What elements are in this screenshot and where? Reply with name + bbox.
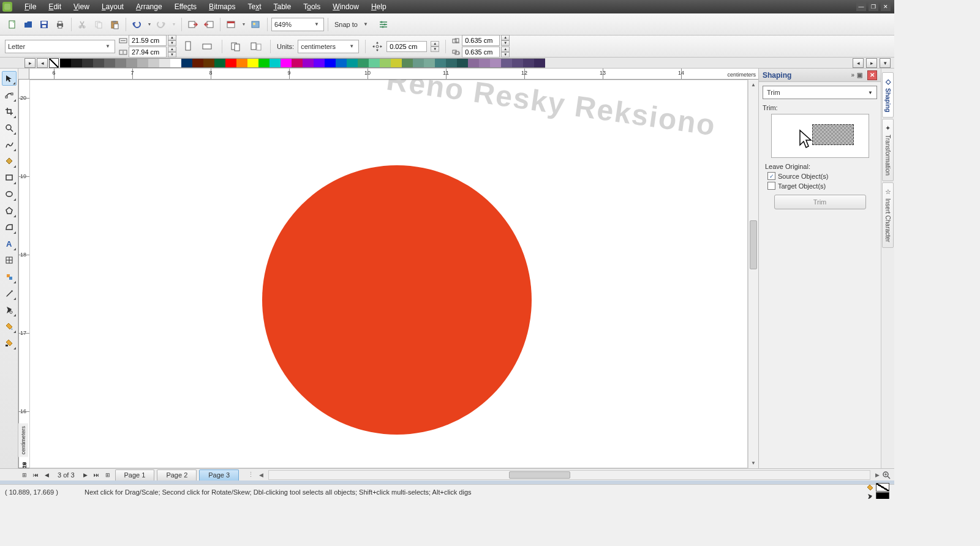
ruler-origin[interactable] [18,69,29,80]
all-pages-button[interactable] [228,39,244,54]
color-swatch[interactable] [281,58,292,68]
color-swatch[interactable] [534,58,545,68]
color-swatch[interactable] [170,58,181,68]
color-swatch[interactable] [446,58,457,68]
page-width-spinner[interactable]: ▲▼ [168,35,176,46]
new-button[interactable] [5,17,20,32]
table-tool[interactable] [2,253,17,267]
docker-titlebar[interactable]: Shaping » ▣ ✕ [759,69,881,82]
menu-edit[interactable]: Edit [42,0,67,13]
menu-arrange[interactable]: Arrange [130,0,168,13]
menu-file[interactable]: File [18,0,42,13]
menu-text[interactable]: Text [241,0,267,13]
color-swatch[interactable] [490,58,501,68]
color-swatch[interactable] [247,58,258,68]
page-preset-combo[interactable]: Letter ▼ [5,40,115,53]
landscape-button[interactable] [200,39,216,54]
color-swatch[interactable] [225,58,236,68]
menu-help[interactable]: Help [365,0,393,13]
color-swatch[interactable] [126,58,137,68]
rectangle-tool[interactable] [2,170,17,185]
print-button[interactable] [53,17,67,32]
page-tab-1[interactable]: Page 1 [115,469,155,481]
palette-expand[interactable]: ▾ [880,58,891,68]
palette-scroll-left-2[interactable]: ◂ [853,58,864,68]
menu-table[interactable]: Table [268,0,298,13]
red-circle-object[interactable] [262,165,532,435]
smart-fill-tool[interactable] [2,154,17,168]
zoom-combo[interactable]: 649% ▼ [271,18,324,31]
color-swatch[interactable] [512,58,523,68]
crop-tool[interactable] [2,104,17,119]
welcome-screen-button[interactable] [249,17,263,32]
dimension-tool[interactable] [2,269,17,284]
color-swatch[interactable] [435,58,446,68]
color-swatch[interactable] [270,58,281,68]
page-tab-2[interactable]: Page 2 [157,469,197,481]
page-last[interactable]: ⏭ [92,470,102,480]
page-first[interactable]: ⏮ [31,470,40,480]
dup-y-spinner[interactable]: ▲▼ [501,47,510,58]
outline-swatch[interactable] [876,492,889,499]
vertical-scrollbar[interactable]: ▲ ▼ [748,80,758,468]
page-next[interactable]: ▶ [81,470,91,480]
color-swatch[interactable] [236,58,247,68]
menu-layout[interactable]: Layout [96,0,130,13]
save-button[interactable] [37,17,51,32]
color-swatch[interactable] [203,58,214,68]
nudge-input[interactable] [386,41,427,52]
minimize-button[interactable]: — [856,2,866,11]
no-color-swatch[interactable] [49,58,59,68]
dup-x-spinner[interactable]: ▲▼ [501,35,510,46]
menu-window[interactable]: Window [326,0,365,13]
color-swatch[interactable] [82,58,93,68]
close-button[interactable]: ✕ [881,2,891,11]
side-tab-transformation[interactable]: ✦Transformation [882,119,894,181]
color-swatch[interactable] [358,58,369,68]
color-swatch[interactable] [115,58,126,68]
color-swatch[interactable] [181,58,192,68]
dup-y-input[interactable] [462,47,500,58]
color-swatch[interactable] [214,58,225,68]
trim-apply-button[interactable]: Trim [774,195,866,209]
undo-dropdown[interactable]: ▼ [146,17,153,32]
interactive-fill-tool[interactable] [2,335,17,350]
page-add-before[interactable]: ⊞ [20,470,29,480]
restore-button[interactable]: ❐ [869,2,878,11]
menu-tools[interactable]: Tools [297,0,326,13]
color-swatch[interactable] [93,58,104,68]
paste-button[interactable] [107,17,122,32]
color-swatch[interactable] [402,58,413,68]
polygon-tool[interactable] [2,203,17,218]
redo-button[interactable] [154,17,169,32]
color-swatch[interactable] [258,58,270,68]
palette-scroll-left[interactable]: ◂ [37,58,48,68]
color-swatch[interactable] [60,58,71,68]
app-launcher-dropdown[interactable]: ▼ [240,17,247,32]
dup-x-input[interactable] [462,35,500,46]
color-swatch[interactable] [303,58,314,68]
nudge-spinner[interactable]: ▲▼ [431,41,439,52]
color-swatch[interactable] [523,58,534,68]
app-launcher-button[interactable] [224,17,239,32]
units-combo[interactable]: centimeters ▼ [298,40,359,53]
color-swatch[interactable] [347,58,358,68]
fill-tool[interactable] [2,319,17,334]
page-height-input[interactable] [129,47,167,58]
palette-flyout-button[interactable]: ▸ [24,58,36,68]
menu-view[interactable]: View [67,0,96,13]
page-tab-3[interactable]: Page 3 [199,469,239,481]
color-swatch[interactable] [292,58,303,68]
current-page-button[interactable] [248,39,264,54]
page-width-input[interactable] [129,35,167,46]
basic-shapes-tool[interactable] [2,220,17,234]
h-scroll-thumb[interactable] [509,471,570,479]
undo-button[interactable] [130,17,145,32]
color-swatch[interactable] [369,58,380,68]
shape-tool[interactable] [2,88,17,102]
color-swatch[interactable] [457,58,468,68]
options-button[interactable] [376,17,391,32]
page-add-after[interactable]: ⊞ [103,470,113,480]
color-swatch[interactable] [71,58,82,68]
zoom-all-icon[interactable] [881,469,892,481]
